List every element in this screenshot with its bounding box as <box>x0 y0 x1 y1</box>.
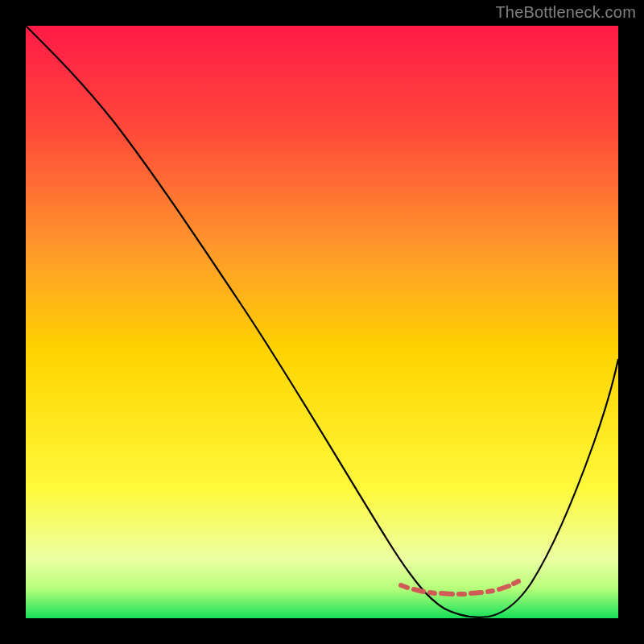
watermark-label: TheBottleneck.com <box>495 3 636 22</box>
plot-area <box>26 26 618 618</box>
chart-stage: TheBottleneck.com <box>0 0 644 644</box>
bottleneck-chart-svg <box>26 26 618 618</box>
gradient-background <box>26 26 618 618</box>
